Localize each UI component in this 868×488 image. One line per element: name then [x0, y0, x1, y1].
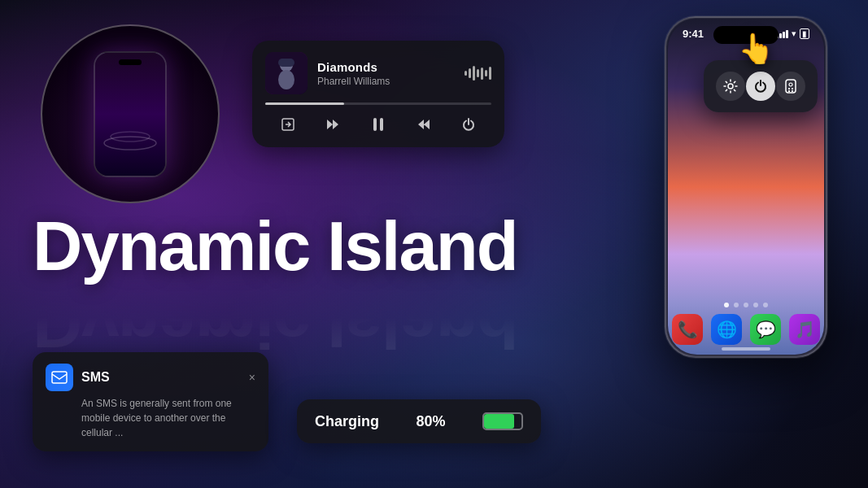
remote-ctrl-icon[interactable]	[776, 72, 805, 101]
main-title: Dynamic Island	[33, 211, 517, 281]
svg-rect-9	[52, 372, 67, 383]
music-app-icon[interactable]: 🎵	[789, 314, 820, 345]
messages-app-icon[interactable]: 💬	[750, 314, 781, 345]
power-button[interactable]	[457, 113, 480, 136]
signal-bar-4	[786, 30, 788, 38]
sms-close-button[interactable]: ×	[249, 371, 255, 384]
charging-percent: 80%	[416, 413, 445, 430]
music-title: Diamonds	[317, 60, 455, 74]
safari-app-icon[interactable]: 🌐	[711, 314, 742, 345]
svg-rect-8	[380, 118, 383, 131]
svg-rect-13	[788, 88, 790, 89]
charging-bar-container	[482, 412, 523, 430]
svg-rect-5	[278, 59, 294, 67]
signal-bar-3	[783, 32, 785, 38]
waveform-bar-5	[481, 68, 483, 80]
music-waveform	[465, 66, 491, 81]
title-text: Dynamic Island	[33, 207, 517, 285]
music-info: Diamonds Pharrell Williams	[317, 60, 455, 87]
music-controls	[265, 113, 491, 136]
charging-widget: Charging 80%	[297, 399, 541, 443]
right-phone: 9:41 ▾ ▮ 👆	[665, 16, 827, 358]
left-phone-device	[94, 51, 167, 177]
phone-time: 9:41	[683, 28, 704, 40]
share-button[interactable]	[277, 113, 299, 136]
svg-rect-7	[373, 118, 377, 131]
svg-rect-16	[792, 90, 793, 92]
phone-status-icons: ▾ ▮	[776, 28, 809, 39]
sms-body-text: An SMS is generally sent from one mobile…	[46, 396, 255, 440]
svg-rect-15	[788, 90, 790, 92]
waveform-bar-2	[469, 68, 471, 78]
phone-app-icon[interactable]: 📞	[672, 314, 703, 345]
settings-ctrl-icon[interactable]	[716, 72, 745, 101]
music-top-row: Diamonds Pharrell Williams	[265, 52, 491, 94]
music-artist: Pharrell Williams	[317, 76, 455, 87]
main-title-reflection: Dynamic Island	[33, 289, 517, 358]
sms-app-name: SMS	[81, 370, 110, 385]
waveform-bar-7	[489, 67, 491, 80]
home-dot-4	[753, 303, 758, 307]
music-progress-fill	[265, 102, 344, 105]
pause-button[interactable]	[367, 113, 390, 136]
control-center-popup	[704, 60, 818, 112]
left-phone-screen	[95, 53, 165, 176]
left-phone-circle	[41, 24, 220, 203]
control-center-icons	[715, 72, 806, 101]
hand-cursor-icon: 👆	[738, 32, 774, 66]
sms-notification: SMS × An SMS is generally sent from one …	[33, 352, 268, 451]
home-dots	[724, 303, 768, 307]
svg-point-10	[728, 84, 733, 89]
home-dot-5	[763, 303, 768, 307]
rewind-button[interactable]	[321, 113, 344, 136]
music-album-art	[265, 52, 308, 94]
forward-button[interactable]	[412, 113, 435, 136]
sms-app-icon	[46, 364, 73, 391]
home-dot-2	[734, 303, 739, 307]
sms-top-row: SMS ×	[46, 364, 255, 391]
music-player-widget: Diamonds Pharrell Williams	[252, 41, 504, 147]
waveform-bar-1	[465, 71, 467, 76]
svg-point-4	[278, 70, 294, 89]
music-progress-bar[interactable]	[265, 102, 491, 105]
waveform-bar-4	[477, 69, 479, 77]
charging-label: Charging	[315, 413, 379, 430]
signal-bar-2	[779, 33, 782, 38]
power-ctrl-icon[interactable]	[746, 72, 775, 101]
svg-rect-14	[792, 88, 793, 89]
left-phone-notch	[119, 59, 142, 65]
home-dot-3	[744, 303, 748, 307]
phone-home-bar	[722, 347, 770, 351]
svg-point-12	[789, 83, 792, 86]
wifi-icon: ▾	[792, 28, 796, 39]
battery-icon: ▮	[800, 28, 809, 39]
charging-bar	[482, 412, 523, 430]
home-dot-1	[724, 303, 729, 307]
waveform-bar-6	[485, 70, 487, 76]
app-icons-row: 📞 🌐 💬 🎵	[672, 314, 820, 345]
right-phone-screen: 9:41 ▾ ▮ 👆	[668, 20, 824, 355]
charging-fill	[484, 414, 514, 429]
waveform-bar-3	[473, 66, 475, 81]
